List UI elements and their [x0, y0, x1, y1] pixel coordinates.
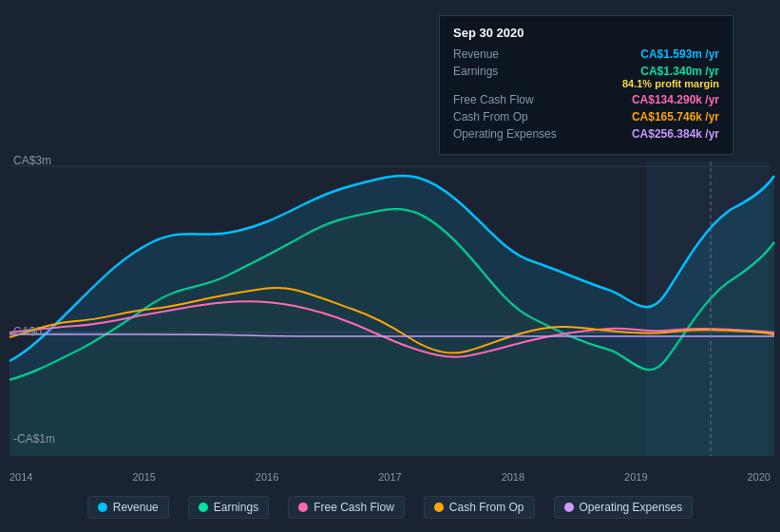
legend-label-cashfromop: Cash From Op — [449, 501, 524, 514]
legend-label-earnings: Earnings — [214, 501, 258, 514]
y-label-bottom: -CA$1m — [13, 432, 55, 446]
x-label-2020: 2020 — [747, 471, 770, 483]
legend-fcf[interactable]: Free Cash Flow — [288, 496, 405, 519]
tooltip-title: Sep 30 2020 — [453, 26, 719, 40]
x-label-2014: 2014 — [10, 471, 32, 483]
tooltip-box: Sep 30 2020 Revenue CA$1.593m /yr Earnin… — [439, 15, 733, 155]
tooltip-label-earnings: Earnings — [453, 65, 567, 78]
legend-dot-revenue — [98, 503, 107, 512]
legend-dot-fcf — [298, 503, 308, 512]
tooltip-row-opex: Operating Expenses CA$256.384k /yr — [453, 127, 719, 141]
legend-revenue[interactable]: Revenue — [87, 496, 169, 519]
tooltip-value-opex: CA$256.384k /yr — [632, 127, 719, 141]
x-label-2015: 2015 — [132, 471, 155, 483]
chart-legend: Revenue Earnings Free Cash Flow Cash Fro… — [0, 496, 780, 519]
tooltip-value-revenue: CA$1.593m /yr — [640, 48, 719, 61]
x-axis-labels: 2014 2015 2016 2017 2018 2019 2020 — [10, 471, 770, 483]
legend-earnings[interactable]: Earnings — [188, 496, 269, 519]
legend-label-opex: Operating Expenses — [580, 501, 683, 514]
legend-dot-cashfromop — [434, 503, 444, 512]
tooltip-value-fcf: CA$134.290k /yr — [632, 93, 719, 106]
x-label-2017: 2017 — [378, 471, 401, 483]
tooltip-value-earnings: CA$1.340m /yr — [622, 65, 719, 78]
y-label-top: CA$3m — [13, 154, 51, 167]
y-label-zero: CA$0 — [13, 325, 42, 338]
tooltip-row-cashfromop: Cash From Op CA$165.746k /yr — [453, 110, 719, 124]
legend-cashfromop[interactable]: Cash From Op — [424, 496, 535, 519]
legend-label-revenue: Revenue — [113, 501, 159, 514]
x-label-2018: 2018 — [502, 471, 524, 483]
x-label-2019: 2019 — [624, 471, 647, 483]
legend-opex[interactable]: Operating Expenses — [554, 496, 694, 519]
tooltip-label-fcf: Free Cash Flow — [453, 93, 567, 106]
tooltip-label-opex: Operating Expenses — [453, 127, 567, 141]
legend-dot-opex — [564, 503, 574, 512]
x-label-2016: 2016 — [256, 471, 278, 483]
tooltip-row-earnings: Earnings CA$1.340m /yr 84.1% profit marg… — [453, 65, 719, 89]
tooltip-row-fcf: Free Cash Flow CA$134.290k /yr — [453, 93, 719, 106]
tooltip-label-cashfromop: Cash From Op — [453, 110, 567, 124]
tooltip-row-revenue: Revenue CA$1.593m /yr — [453, 48, 719, 61]
tooltip-value-cashfromop: CA$165.746k /yr — [632, 110, 719, 124]
tooltip-label-revenue: Revenue — [453, 48, 567, 61]
legend-dot-earnings — [199, 503, 208, 512]
legend-label-fcf: Free Cash Flow — [314, 501, 394, 514]
tooltip-sub-margin: 84.1% profit margin — [622, 78, 719, 89]
